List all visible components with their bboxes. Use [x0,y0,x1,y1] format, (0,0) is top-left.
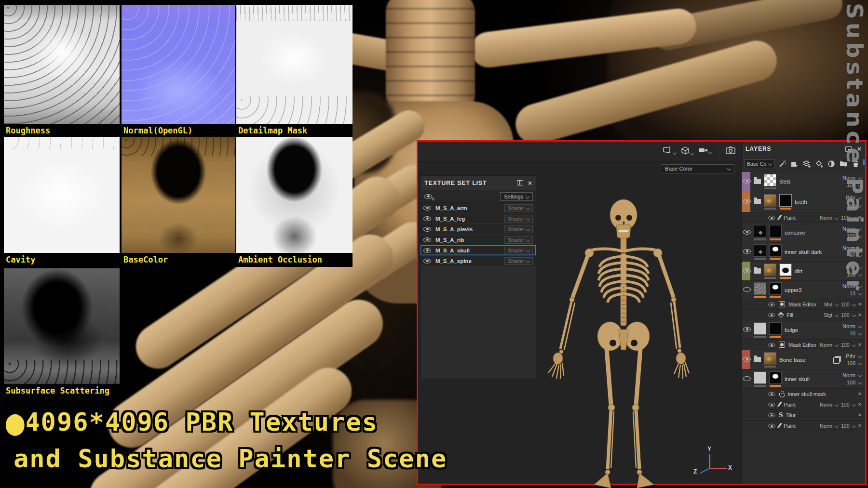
shader-dropdown[interactable]: Shader [504,247,533,254]
layer-thumbnail[interactable] [764,264,776,276]
visibility-eye-icon[interactable] [768,402,775,407]
mesh-cube-icon[interactable] [681,146,693,155]
blend-mode[interactable]: Slgt [824,312,832,318]
toggle-all-visibility-icon[interactable]: ↻ [424,194,432,199]
blend-mode[interactable]: Norm [820,215,832,221]
mask-thumbnail[interactable] [769,225,782,237]
channel-filter-dropdown[interactable]: Base Co [744,159,774,168]
texture-set-row-skull-selected[interactable]: M_S_A_skull Shader [420,245,536,256]
mask-indicator-bar [770,336,781,338]
visibility-eye-icon[interactable] [743,230,751,235]
texture-set-row-spine[interactable]: M_S_A_spine Shader [420,256,536,266]
layer-thumbnail[interactable] [754,322,766,335]
visibility-eye-icon[interactable] [423,237,431,242]
visibility-eye-icon[interactable] [423,216,431,221]
shader-dropdown[interactable]: Shader [504,225,533,233]
caption-line-2-text: and Substance Painter Scene [14,444,447,473]
content-indicator-bar [754,238,766,240]
skeleton-model[interactable] [511,194,694,488]
mask-indicator-bar [780,277,791,279]
add-effect-icon[interactable] [790,160,799,168]
visibility-eye-icon[interactable] [768,423,775,428]
blend-mode[interactable]: Norm [820,402,832,408]
mask-thumbnail[interactable] [779,194,792,207]
mask-indicator-bar [770,296,781,298]
layer-name: inner skull [785,376,810,382]
visibility-eye-icon[interactable] [768,302,775,306]
content-indicator-bar [764,277,776,279]
add-layer-icon[interactable] [802,160,811,168]
paint-brush-icon [777,401,782,407]
shader-dropdown[interactable]: Shader [504,257,533,265]
effect-name: Mask Editor [788,302,821,307]
visibility-eye-icon[interactable] [743,179,751,184]
ambient-occlusion-map-image [236,137,353,253]
shader-dropdown[interactable]: Shader [504,204,533,212]
texture-set-row-plevis[interactable]: M_S_A_plevis Shader [420,224,536,235]
viewport-toolbar [418,142,741,162]
layer-thumbnail[interactable] [754,371,766,384]
folder-icon [754,199,761,204]
texture-set-row-leg[interactable]: M_S_A_leg Shader [420,213,536,224]
layer-thumbnail[interactable] [764,174,776,186]
visibility-eye-icon[interactable] [768,413,775,417]
visibility-eye-icon-off[interactable] [743,376,751,381]
chevron-down-icon [727,167,731,171]
caption-line-1-text: 4096*4096 PBR Textures [25,408,378,436]
mask-thumbnail[interactable] [769,244,782,257]
visibility-eye-icon[interactable] [743,199,751,204]
add-adjustment-icon[interactable] [827,160,836,168]
shader-dropdown[interactable]: Shader [504,215,533,223]
blend-mode[interactable]: Norm [820,423,832,429]
layer-name: dirt [795,268,802,274]
mask-thumbnail[interactable] [769,322,782,335]
smart-material-wand-icon[interactable] [778,160,787,168]
effect-name: Mask Editor [788,342,816,348]
visibility-eye-icon[interactable] [423,227,431,232]
mask-thumbnail[interactable] [769,282,782,295]
basecolor-map-image [122,137,235,253]
folder-icon [754,268,761,274]
camera-view-icon[interactable] [698,147,712,154]
mask-thumbnail[interactable] [779,264,792,276]
texture-set-row-arm[interactable]: M_S_A_arm Shader [420,203,536,213]
mask-thumbnail[interactable] [769,371,782,384]
visibility-eye-icon[interactable] [768,343,775,347]
layer-thumbnail[interactable] [764,352,776,365]
add-fill-layer-icon[interactable] [815,160,824,168]
channel-select[interactable]: Base Color [661,164,734,173]
visibility-eye-icon[interactable] [768,215,775,220]
texture-label: BaseColor [122,253,235,267]
layer-thumbnail[interactable] [754,225,766,237]
texture-tile-cavity: Cavity [4,137,120,267]
visibility-eye-icon[interactable] [423,259,431,264]
effect-name: Paint [784,423,816,429]
visibility-eye-icon[interactable] [743,268,751,273]
display-mode-icon[interactable] [663,146,676,154]
visibility-eye-icon[interactable] [743,327,751,332]
visibility-eye-icon[interactable] [423,206,431,211]
effect-name: Paint [784,402,816,408]
texture-set-row-rib[interactable]: M_S_A_rib Shader [420,235,536,245]
layer-name: teeth [795,199,807,205]
texture-tile-detailmap: Detailmap Mask [236,5,353,138]
visibility-eye-icon[interactable] [743,249,751,254]
layer-thumbnail[interactable] [754,282,766,295]
blend-mode[interactable]: Norm [820,342,832,348]
blend-mode[interactable]: Mul [824,302,832,307]
layer-thumbnail[interactable] [764,194,776,207]
visibility-eye-icon[interactable] [743,357,751,362]
panel-layout-icon[interactable] [517,180,523,185]
instance-link-icon[interactable] [833,356,841,364]
visibility-eye-icon[interactable] [768,313,775,317]
visibility-eye-icon-off[interactable] [743,287,751,292]
layer-thumbnail[interactable] [754,244,766,257]
screenshot-camera-icon[interactable] [726,146,735,154]
shader-dropdown[interactable]: Shader [504,236,533,244]
close-icon[interactable]: × [528,180,532,186]
paint-brush-icon [777,214,782,220]
visibility-eye-icon[interactable] [768,392,775,396]
visibility-eye-icon[interactable] [423,248,431,253]
caption-line-2: and Substance Painter Scene [14,444,447,473]
settings-button[interactable]: Settings [500,192,533,201]
